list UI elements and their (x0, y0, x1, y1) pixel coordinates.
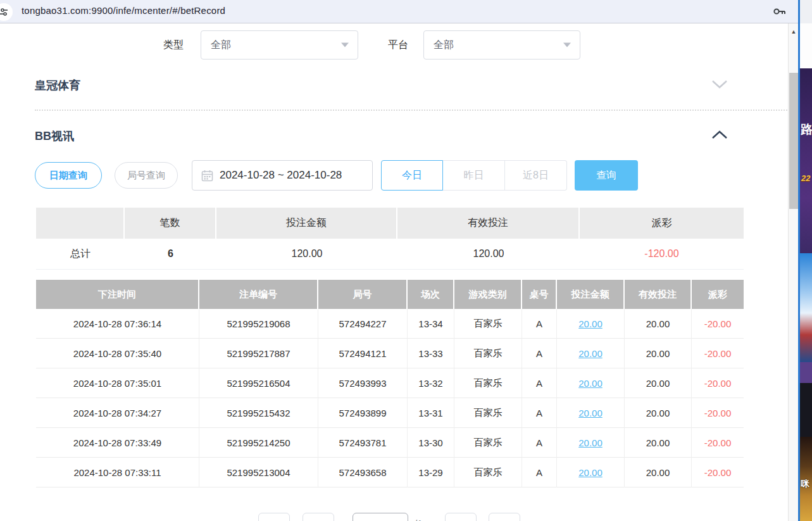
search-button[interactable]: 查询 (575, 160, 638, 191)
table-row: 2024-10-28 07:35:01521995216504572493993… (36, 368, 744, 398)
pagination: « ‹ /1 › » (0, 513, 788, 521)
date-range-input[interactable]: 2024-10-28 ~ 2024-10-28 (192, 160, 373, 191)
cell-bet-id: 521995217887 (199, 339, 318, 368)
cell-round-id: 572493993 (318, 368, 408, 398)
cell-game-type: 百家乐 (454, 368, 522, 398)
bet-table-header-row: 下注时间注单编号局号场次游戏类别桌号投注金额有效投注派彩 (36, 280, 744, 309)
scroll-up-arrow-icon[interactable]: ▲ (789, 27, 799, 36)
bet-header-cell: 游戏类别 (454, 280, 522, 309)
preset-last8-button[interactable]: 近8日 (505, 160, 567, 191)
bet-header-cell: 下注时间 (36, 280, 199, 309)
type-label: 类型 (163, 39, 184, 52)
cell-round-id: 572494121 (318, 339, 408, 368)
strip-banner-dark (800, 383, 812, 437)
prev-page-button[interactable]: ‹ (303, 513, 334, 521)
cell-bet-time: 2024-10-28 07:35:01 (36, 368, 199, 398)
summary-header-cell: 笔数 (125, 208, 216, 239)
cell-table-no: A (522, 398, 557, 428)
cell-payout: -20.00 (692, 458, 744, 487)
platform-label: 平台 (388, 39, 408, 52)
cell-payout: -20.00 (692, 398, 744, 428)
background-window-strip: 路 22 咪 (800, 0, 812, 521)
cell-bet-amount: 20.00 (557, 458, 625, 487)
bet-amount-link[interactable]: 20.00 (578, 437, 603, 448)
password-manager-button[interactable] (772, 5, 787, 20)
cell-bet-amount: 20.00 (557, 398, 625, 428)
cell-game-type: 百家乐 (454, 309, 522, 339)
query-toolbar: 日期查询 局号查询 2024-10-28 ~ 2024-10-28 今日 (0, 160, 788, 191)
summary-header-cell: 投注金额 (216, 208, 397, 239)
round-query-tab[interactable]: 局号查询 (115, 162, 178, 189)
cell-round-id: 572494227 (318, 309, 408, 339)
cell-valid-bet: 20.00 (625, 309, 692, 339)
cell-valid-bet: 20.00 (625, 398, 692, 428)
table-row: 2024-10-28 07:35:40521995217887572494121… (36, 339, 744, 368)
bet-amount-link[interactable]: 20.00 (578, 408, 603, 418)
preset-yesterday-button[interactable]: 昨日 (443, 160, 505, 191)
key-icon (772, 5, 787, 18)
section-crown-sports-title: 皇冠体育 (35, 78, 80, 93)
cell-game-type: 百家乐 (454, 339, 522, 368)
caret-down-icon (341, 43, 349, 47)
bet-header-cell: 派彩 (692, 280, 744, 309)
bet-amount-link[interactable]: 20.00 (578, 467, 603, 478)
cell-game-type: 百家乐 (454, 458, 522, 487)
summary-header-cell: 派彩 (580, 208, 744, 239)
cell-round-id: 572493899 (318, 398, 408, 428)
bet-amount-value: 120.00 (216, 239, 397, 270)
cell-session: 13-32 (408, 368, 454, 398)
platform-select[interactable]: 全部 (423, 30, 580, 60)
browser-address-bar[interactable]: tongbao31.com:9900/infe/mcenter/#/betRec… (0, 0, 799, 23)
cell-bet-amount: 20.00 (557, 428, 625, 458)
cell-session: 13-31 (408, 398, 454, 428)
table-row: 2024-10-28 07:33:11521995213004572493658… (36, 458, 744, 487)
bet-amount-link[interactable]: 20.00 (578, 378, 603, 389)
first-page-button[interactable]: « (258, 513, 290, 521)
section-divider (35, 110, 792, 111)
cell-bet-time: 2024-10-28 07:36:14 (36, 309, 199, 339)
cell-bet-amount: 20.00 (557, 339, 625, 368)
strip-logo-text: 22 (801, 175, 810, 182)
platform-select-value: 全部 (434, 39, 454, 52)
url-text[interactable]: tongbao31.com:9900/infe/mcenter/#/betRec… (22, 5, 225, 16)
cell-payout: -20.00 (692, 428, 744, 458)
cell-bet-time: 2024-10-28 07:33:49 (36, 428, 199, 458)
caret-down-icon (563, 43, 571, 47)
calendar-icon (201, 170, 213, 182)
bet-amount-link[interactable]: 20.00 (578, 318, 603, 329)
count-value: 6 (125, 239, 216, 270)
scrollbar-thumb[interactable] (789, 73, 798, 209)
last-page-button[interactable]: » (489, 513, 520, 521)
browser-scrollbar[interactable]: ▲ (788, 23, 798, 521)
table-row: 2024-10-28 07:33:49521995214250572493781… (36, 428, 744, 458)
summary-header-cell: 有效投注 (397, 208, 580, 239)
cell-game-type: 百家乐 (454, 398, 522, 428)
cell-table-no: A (522, 428, 557, 458)
bet-amount-link[interactable]: 20.00 (578, 348, 603, 359)
page-number-input[interactable] (353, 513, 408, 521)
valid-bet-value: 120.00 (397, 239, 580, 270)
type-select[interactable]: 全部 (201, 30, 358, 60)
chevron-down-icon[interactable] (711, 79, 728, 89)
next-page-button[interactable]: › (445, 513, 477, 521)
chevron-up-icon[interactable] (711, 130, 728, 140)
site-settings-chip[interactable] (0, 3, 13, 21)
table-row: 2024-10-28 07:34:27521995215432572493899… (36, 398, 744, 428)
cell-bet-amount: 20.00 (557, 368, 625, 398)
date-preset-group: 今日 昨日 近8日 (381, 160, 567, 191)
cell-valid-bet: 20.00 (625, 458, 692, 487)
summary-table: 笔数投注金额有效投注派彩 总计6120.00120.00-120.00 (36, 208, 744, 270)
screen: tongbao31.com:9900/infe/mcenter/#/betRec… (0, 0, 812, 521)
bet-record-page: 类型 全部 平台 全部 皇冠体育 BB视讯 日期查询 局号查询 (0, 23, 788, 521)
payout-value: -120.00 (580, 239, 744, 270)
preset-today-button[interactable]: 今日 (381, 160, 443, 191)
summary-header-row: 笔数投注金额有效投注派彩 (36, 208, 744, 239)
cell-valid-bet: 20.00 (625, 428, 692, 458)
date-query-tab[interactable]: 日期查询 (35, 162, 102, 189)
cell-bet-id: 521995216504 (199, 368, 318, 398)
cell-bet-amount: 20.00 (557, 309, 625, 339)
cell-table-no: A (522, 339, 557, 368)
cell-bet-id: 521995215432 (199, 398, 318, 428)
cell-bet-id: 521995219068 (199, 309, 318, 339)
bet-header-cell: 注单编号 (199, 280, 318, 309)
